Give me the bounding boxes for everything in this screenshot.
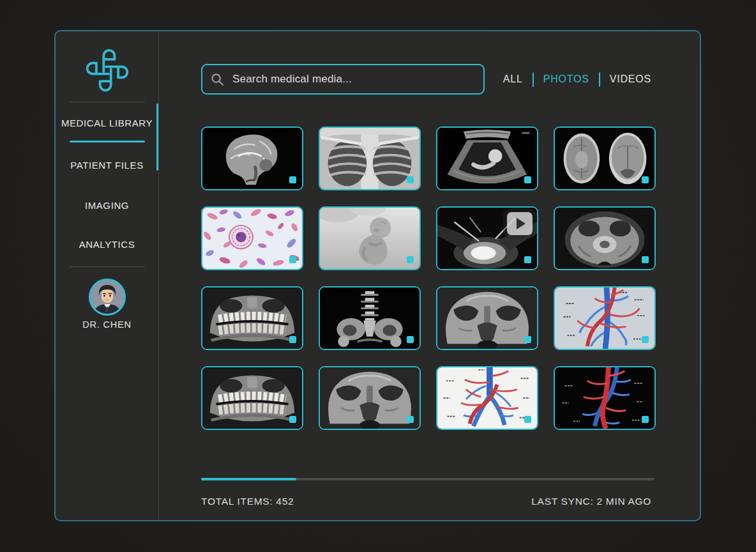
play-icon <box>517 218 525 229</box>
thumb-sinus-ct-coronal-art <box>437 288 537 349</box>
thumb-brain-mri-axial-coronal-art <box>555 128 654 189</box>
search-input[interactable] <box>231 72 475 86</box>
filter-tab-all[interactable]: ALL <box>503 73 523 85</box>
media-type-badge <box>407 336 414 343</box>
active-section-indicator <box>156 103 158 171</box>
thumb-surgery-video[interactable] <box>436 206 538 270</box>
thumb-dental-panoramic-xray[interactable] <box>201 286 303 350</box>
thumb-fetal-ultrasound[interactable] <box>436 126 538 190</box>
search-icon <box>211 73 224 86</box>
media-type-badge <box>524 416 531 423</box>
doctor-avatar-icon <box>91 280 124 314</box>
thumb-vascular-diagram-art <box>555 288 654 349</box>
thumb-pelvis-mri-axial[interactable] <box>554 206 656 270</box>
media-type-badge <box>289 336 296 343</box>
thumb-dental-panoramic-xray-art <box>202 288 302 349</box>
thumb-sinus-ct-coronal[interactable] <box>436 286 538 350</box>
app-logo <box>56 45 158 95</box>
thumb-vascular-diagram-white[interactable] <box>436 366 538 430</box>
media-type-badge <box>289 176 296 183</box>
thumb-dental-panoramic-xray-2[interactable] <box>201 366 303 430</box>
thumb-fetus-3d-render-art <box>320 208 420 269</box>
filter-tab-photos[interactable]: PHOTOS <box>543 73 589 85</box>
sync-progress-bar <box>201 478 654 480</box>
play-button[interactable] <box>507 212 533 235</box>
sidebar-item-medical-library[interactable]: MEDICAL LIBRARY <box>56 117 158 130</box>
filter-tab-videos[interactable]: VIDEOS <box>610 73 651 85</box>
thumb-vascular-diagram-dark-art <box>555 367 654 429</box>
user-avatar[interactable] <box>89 279 126 316</box>
thumb-chest-xray-art <box>320 128 420 189</box>
thumb-vascular-diagram[interactable] <box>554 286 656 350</box>
media-type-badge <box>524 256 531 263</box>
thumb-vascular-diagram-dark[interactable] <box>554 366 656 430</box>
media-type-badge <box>289 256 296 263</box>
media-type-badge <box>524 176 531 183</box>
search-bar <box>201 64 485 95</box>
medical-knot-logo-icon <box>83 45 132 95</box>
sync-progress-fill <box>201 478 296 480</box>
thumb-pelvis-mri-axial-art <box>555 208 654 269</box>
user-name: DR. CHEN <box>56 319 158 330</box>
thumb-brain-sagittal-mri[interactable] <box>201 126 303 190</box>
thumb-fetal-ultrasound-art <box>437 128 537 189</box>
last-sync-label: LAST SYNC: 2 MIN AGO <box>531 496 651 507</box>
thumb-brain-sagittal-mri-art <box>202 128 302 189</box>
thumb-chest-xray[interactable] <box>319 126 421 190</box>
sidebar: MEDICAL LIBRARYPATIENT FILESIMAGINGANALY… <box>56 31 159 520</box>
total-items-label: TOTAL ITEMS: 452 <box>201 496 294 507</box>
sidebar-item-imaging[interactable]: IMAGING <box>56 199 158 212</box>
media-type-badge <box>289 416 296 423</box>
sidebar-item-analytics[interactable]: ANALYTICS <box>56 238 158 251</box>
filter-separator <box>533 72 534 87</box>
media-type-badge <box>642 176 649 183</box>
thumb-sinus-ct-coronal-2[interactable] <box>319 366 421 430</box>
media-type-badge <box>407 176 414 183</box>
media-type-badge <box>524 336 531 343</box>
thumb-spine-pelvis-xray-art <box>320 288 420 349</box>
page-background: MEDICAL LIBRARYPATIENT FILESIMAGINGANALY… <box>0 0 756 552</box>
thumb-vascular-diagram-white-art <box>437 367 537 429</box>
filter-separator <box>599 72 600 87</box>
media-type-badge <box>407 256 414 263</box>
sidebar-divider-bottom <box>70 266 145 267</box>
thumb-histology-slide-art <box>202 208 302 269</box>
thumb-brain-mri-axial-coronal[interactable] <box>554 126 656 190</box>
thumb-fetus-3d-render[interactable] <box>319 206 421 270</box>
app-panel: MEDICAL LIBRARYPATIENT FILESIMAGINGANALY… <box>54 30 701 521</box>
media-grid <box>201 126 656 430</box>
media-type-badge <box>642 416 649 423</box>
media-type-badge <box>642 256 649 263</box>
filter-tabs: ALLPHOTOSVIDEOS <box>503 64 651 95</box>
media-type-badge <box>642 336 649 343</box>
thumb-spine-pelvis-xray[interactable] <box>319 286 421 350</box>
sidebar-item-patient-files[interactable]: PATIENT FILES <box>56 159 158 172</box>
thumb-histology-slide[interactable] <box>201 206 303 270</box>
thumb-dental-panoramic-xray-2-art <box>202 367 302 429</box>
thumb-sinus-ct-coronal-2-art <box>320 367 420 429</box>
sidebar-divider-top <box>70 102 145 102</box>
media-type-badge <box>407 416 414 423</box>
